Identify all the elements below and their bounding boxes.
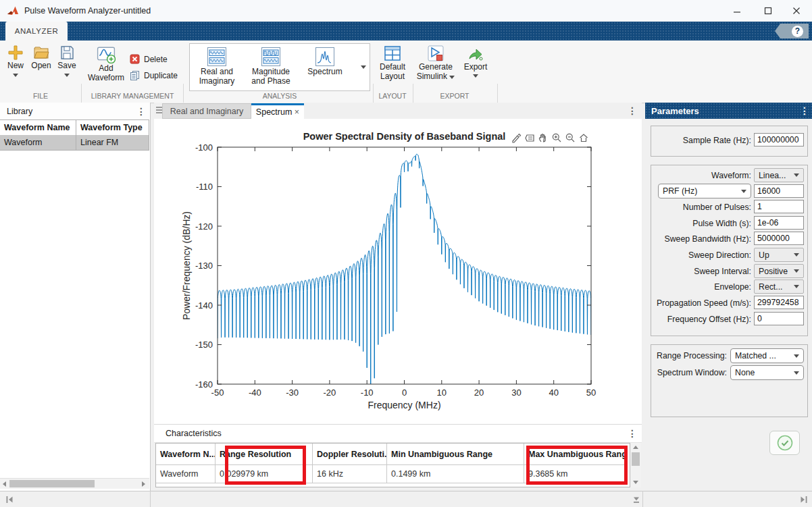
svg-text:-120: -120 — [195, 221, 213, 232]
sample-rate-input[interactable] — [754, 133, 804, 146]
library-management-group-label: LIBRARY MANAGEMENT — [85, 92, 180, 101]
tab-real-and-imaginary[interactable]: Real and Imaginary — [162, 103, 251, 119]
open-button[interactable]: Open — [30, 45, 53, 70]
characteristics-vertical-scrollbar[interactable] — [630, 443, 641, 487]
analysis-gallery-dropdown[interactable] — [357, 43, 370, 91]
collapse-left-panel-icon[interactable] — [5, 496, 14, 506]
restore-view-home-icon[interactable] — [578, 132, 589, 143]
svg-text:-40: -40 — [249, 388, 261, 398]
psd-chart: -50-40-30-20-1001020304050-160-150-140-1… — [154, 119, 642, 424]
svg-text:-140: -140 — [195, 300, 213, 311]
apply-button[interactable] — [769, 431, 800, 455]
app-window: Pulse Waveform Analyzer-untitled ANALYZE… — [0, 0, 812, 507]
new-button[interactable]: New — [4, 45, 27, 77]
library-row-waveform[interactable]: Waveform Linear FM — [0, 135, 149, 151]
generate-simulink-button[interactable]: GenerateSimulink — [416, 45, 455, 81]
sweep-direction-dropdown[interactable]: Up — [754, 248, 804, 262]
spectrum-window-label: Spectrum Window: — [645, 368, 727, 377]
svg-text:-150: -150 — [195, 340, 213, 350]
parameters-title: Parameters — [651, 106, 699, 116]
duplicate-icon — [130, 70, 140, 80]
save-button[interactable]: Save — [55, 45, 78, 77]
plot-tabbar-menu-button[interactable]: ⋮ — [628, 106, 637, 115]
scroll-up-arrow-icon[interactable] — [633, 446, 638, 449]
close-button[interactable] — [781, 0, 812, 22]
parameters-menu-button[interactable]: ⋮ — [800, 106, 809, 115]
delete-button[interactable]: Delete — [130, 54, 168, 64]
library-horizontal-scrollbar[interactable] — [0, 478, 149, 489]
scroll-left-arrow-icon[interactable] — [3, 481, 6, 487]
status-bar — [0, 491, 812, 507]
real-imaginary-icon — [207, 47, 227, 67]
range-processing-dropdown[interactable]: Matched ... — [730, 348, 804, 363]
pan-hand-icon[interactable] — [538, 132, 549, 143]
tabbar-grip-icon[interactable] — [156, 107, 162, 113]
zoom-in-icon[interactable] — [551, 132, 562, 143]
pulse-width-input[interactable] — [754, 216, 804, 230]
frequency-offset-label: Frequency Offset (Hz): — [645, 315, 751, 324]
value-range-resolution: 0.029979 km — [215, 465, 313, 483]
characteristics-header-row: Waveform N... Range Resolution Doppler R… — [156, 444, 630, 465]
dropdown-caret-icon — [794, 253, 799, 257]
save-dropdown-caret-icon — [64, 74, 70, 77]
sweep-bandwidth-label: Sweep Bandwidth (Hz): — [645, 234, 751, 244]
help-icon: ? — [792, 26, 803, 37]
waveform-dropdown[interactable]: Linea... — [754, 168, 804, 182]
minimize-icon — [733, 7, 741, 15]
library-scrollbar-thumb[interactable] — [9, 480, 95, 487]
tab-spectrum[interactable]: Spectrum × — [251, 103, 304, 119]
scroll-right-arrow-icon[interactable] — [142, 481, 145, 487]
library-menu-button[interactable]: ⋮ — [136, 107, 146, 116]
maximize-button[interactable] — [753, 0, 784, 22]
tab-analyzer[interactable]: ANALYZER — [5, 22, 68, 41]
minimize-button[interactable] — [721, 0, 753, 22]
library-header: Library ⋮ — [0, 103, 149, 120]
duplicate-button[interactable]: Duplicate — [130, 70, 178, 80]
envelope-dropdown[interactable]: Rect... — [754, 279, 804, 294]
export-button[interactable]: Export — [461, 45, 490, 78]
sweep-direction-label: Sweep Direction: — [645, 250, 751, 260]
svg-text:0: 0 — [402, 388, 407, 398]
characteristics-menu-button[interactable]: ⋮ — [628, 429, 637, 438]
svg-text:-30: -30 — [286, 388, 299, 398]
spectrum-window-dropdown[interactable]: None — [730, 365, 804, 380]
cell-waveform-type: Linear FM — [76, 135, 149, 151]
library-panel: Library ⋮ Waveform Name Waveform Type Wa… — [0, 103, 151, 491]
collapse-bottom-panel-icon[interactable] — [632, 496, 640, 506]
spectrum-button[interactable]: Spectrum — [298, 44, 352, 90]
real-and-imaginary-button[interactable]: Real andImaginary — [190, 44, 244, 90]
axes-toolbar — [511, 132, 589, 143]
default-layout-button[interactable]: DefaultLayout — [376, 45, 409, 81]
sweep-interval-label: Sweep Interval: — [645, 267, 751, 276]
open-folder-icon — [33, 45, 49, 61]
collapse-right-panel-icon[interactable] — [800, 496, 808, 506]
generate-simulink-icon — [427, 45, 445, 62]
svg-text:-110: -110 — [196, 182, 213, 192]
analysis-group-label: ANALYSIS — [232, 92, 327, 101]
dropdown-caret-icon — [794, 285, 799, 288]
col-range-resolution: Range Resolution — [215, 444, 313, 465]
zoom-out-icon[interactable] — [565, 132, 576, 143]
magnitude-and-phase-button[interactable]: Magnitudeand Phase — [244, 44, 298, 90]
prf-selector-dropdown[interactable]: PRF (Hz) — [658, 184, 751, 198]
propagation-speed-label: Propagation Speed (m/s): — [645, 298, 751, 308]
dropdown-caret-icon — [741, 190, 746, 193]
scroll-down-arrow-icon[interactable] — [633, 481, 638, 484]
delete-icon — [130, 54, 140, 64]
characteristics-value-row[interactable]: Waveform 0.029979 km 16 kHz 0.1499 km 9.… — [156, 465, 630, 483]
propagation-speed-input[interactable] — [754, 296, 804, 309]
help-button[interactable]: ? — [775, 24, 809, 38]
export-caret-icon — [473, 74, 478, 78]
export-plot-icon[interactable] — [511, 132, 522, 143]
prf-input[interactable] — [754, 184, 804, 198]
value-waveform-name: Waveform — [156, 465, 215, 483]
sweep-interval-dropdown[interactable]: Positive — [754, 264, 804, 278]
frequency-offset-input[interactable] — [754, 312, 804, 325]
sweep-bandwidth-input[interactable] — [754, 232, 804, 245]
number-of-pulses-input[interactable] — [754, 200, 804, 213]
tab-close-icon[interactable]: × — [295, 107, 299, 117]
plot-card: Real and Imaginary Spectrum × ⋮ -50-40-3… — [154, 103, 642, 491]
add-waveform-button[interactable]: AddWaveform — [89, 45, 123, 82]
datatip-icon[interactable] — [524, 132, 535, 143]
characteristics-scrollbar-thumb[interactable] — [632, 452, 640, 466]
